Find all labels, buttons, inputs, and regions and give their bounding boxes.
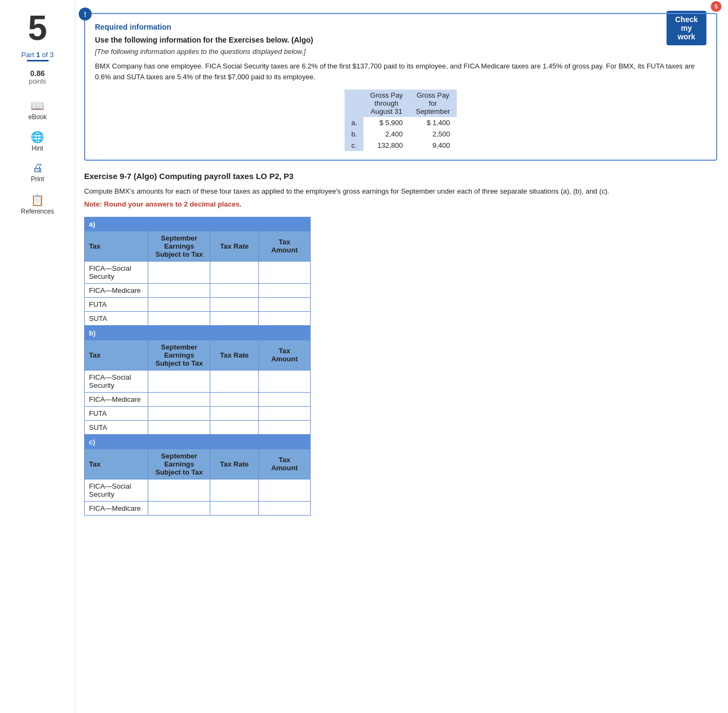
table-row: FICA—Social Security	[85, 370, 311, 392]
table-row: a. $ 5,900 $ 1,400	[345, 117, 456, 128]
earnings-input-cell[interactable]	[148, 501, 210, 515]
amount-input[interactable]	[263, 377, 306, 385]
tax-label: SUTA	[85, 420, 148, 434]
col-gross-aug: Gross PaythroughAugust 31	[363, 90, 409, 117]
amount-input-cell[interactable]	[258, 406, 310, 420]
earnings-input[interactable]	[153, 314, 205, 323]
rate-input-cell[interactable]	[210, 420, 258, 434]
earnings-input-cell[interactable]	[148, 297, 210, 311]
earnings-input[interactable]	[153, 286, 205, 294]
rate-input-cell[interactable]	[210, 479, 258, 501]
earnings-input-cell[interactable]	[148, 283, 210, 297]
amount-input-cell[interactable]	[258, 420, 310, 434]
table-row: SUTA	[85, 311, 311, 325]
amount-input-cell[interactable]	[258, 311, 310, 325]
col-header-amount-c: TaxAmount	[258, 449, 310, 479]
rate-input-cell[interactable]	[210, 297, 258, 311]
amount-input-cell[interactable]	[258, 501, 310, 515]
table-row: SUTA	[85, 420, 311, 434]
rate-input-cell[interactable]	[210, 311, 258, 325]
col-header-tax-c: Tax	[85, 449, 148, 479]
rate-input-cell[interactable]	[210, 392, 258, 406]
earnings-input[interactable]	[153, 423, 205, 431]
rate-input-cell[interactable]	[210, 283, 258, 297]
earnings-input-cell[interactable]	[148, 311, 210, 325]
earnings-input[interactable]	[153, 268, 205, 276]
amount-input[interactable]	[263, 486, 306, 494]
col-header-amount-a: TaxAmount	[258, 231, 310, 261]
rate-input-cell[interactable]	[210, 501, 258, 515]
question-number: 5	[28, 11, 47, 45]
section-c: c) Tax SeptemberEarningsSubject to Tax T…	[84, 435, 717, 516]
earnings-input-cell[interactable]	[148, 392, 210, 406]
col-header-rate-b: Tax Rate	[210, 340, 258, 370]
rate-input[interactable]	[215, 486, 253, 494]
amount-input[interactable]	[263, 314, 306, 323]
earnings-input-cell[interactable]	[148, 420, 210, 434]
earnings-input[interactable]	[153, 395, 205, 403]
exercise-description: Compute BMX's amounts for each of these …	[84, 186, 717, 197]
ebook-button[interactable]: 📖 eBook	[11, 95, 65, 125]
print-icon: 🖨	[32, 162, 43, 174]
amount-input[interactable]	[263, 286, 306, 294]
rate-input[interactable]	[215, 377, 253, 385]
rate-input[interactable]	[215, 409, 253, 417]
tax-table-a: a) Tax SeptemberEarningsSubject to Tax T…	[84, 217, 311, 326]
tax-label: FICA—Social Security	[85, 261, 148, 283]
earnings-input[interactable]	[153, 504, 205, 512]
ebook-icon: 📖	[31, 99, 44, 112]
amount-input[interactable]	[263, 504, 306, 512]
amount-input-cell[interactable]	[258, 261, 310, 283]
amount-input-cell[interactable]	[258, 297, 310, 311]
col-header-rate-a: Tax Rate	[210, 231, 258, 261]
print-button[interactable]: 🖨 Print	[11, 157, 65, 187]
col-header-tax-b: Tax	[85, 340, 148, 370]
section-c-header: c)	[85, 435, 311, 449]
earnings-input[interactable]	[153, 377, 205, 385]
rate-input[interactable]	[215, 423, 253, 431]
info-subtitle: [The following information applies to th…	[95, 47, 706, 56]
rate-input[interactable]	[215, 300, 253, 308]
rate-input-cell[interactable]	[210, 261, 258, 283]
amount-input[interactable]	[263, 300, 306, 308]
earnings-input-cell[interactable]	[148, 370, 210, 392]
tax-table-c: c) Tax SeptemberEarningsSubject to Tax T…	[84, 435, 311, 516]
part-label: Part 1 of 3	[22, 51, 54, 59]
col-gross-sep: Gross PayforSeptember	[409, 90, 457, 117]
rate-input-cell[interactable]	[210, 370, 258, 392]
earnings-input-cell[interactable]	[148, 479, 210, 501]
rate-input[interactable]	[215, 395, 253, 403]
rate-input-cell[interactable]	[210, 406, 258, 420]
amount-input[interactable]	[263, 395, 306, 403]
tax-label: FICA—Medicare	[85, 501, 148, 515]
rate-input[interactable]	[215, 504, 253, 512]
amount-input[interactable]	[263, 409, 306, 417]
tax-table-b: b) Tax SeptemberEarningsSubject to Tax T…	[84, 326, 311, 435]
amount-input-cell[interactable]	[258, 283, 310, 297]
rate-input[interactable]	[215, 286, 253, 294]
earnings-input-cell[interactable]	[148, 406, 210, 420]
required-label: Required information	[95, 23, 706, 31]
earnings-input[interactable]	[153, 300, 205, 308]
table-row: FICA—Medicare	[85, 501, 311, 515]
earnings-input[interactable]	[153, 486, 205, 494]
print-label: Print	[31, 175, 44, 183]
hint-icon: 🌐	[31, 131, 44, 143]
table-row: c. 132,800 9,400	[345, 140, 456, 151]
check-badge: 5	[711, 1, 722, 12]
earnings-input-cell[interactable]	[148, 261, 210, 283]
amount-input-cell[interactable]	[258, 479, 310, 501]
amount-input[interactable]	[263, 423, 306, 431]
amount-input[interactable]	[263, 268, 306, 276]
references-button[interactable]: 📋 References	[11, 189, 65, 220]
hint-button[interactable]: 🌐 Hint	[11, 126, 65, 156]
earnings-input[interactable]	[153, 409, 205, 417]
rate-input[interactable]	[215, 314, 253, 323]
tax-label: FICA—Medicare	[85, 392, 148, 406]
tax-label: SUTA	[85, 311, 148, 325]
amount-input-cell[interactable]	[258, 370, 310, 392]
amount-input-cell[interactable]	[258, 392, 310, 406]
section-a: a) Tax SeptemberEarningsSubject to Tax T…	[84, 217, 717, 326]
rate-input[interactable]	[215, 268, 253, 276]
section-a-header: a)	[85, 217, 311, 231]
